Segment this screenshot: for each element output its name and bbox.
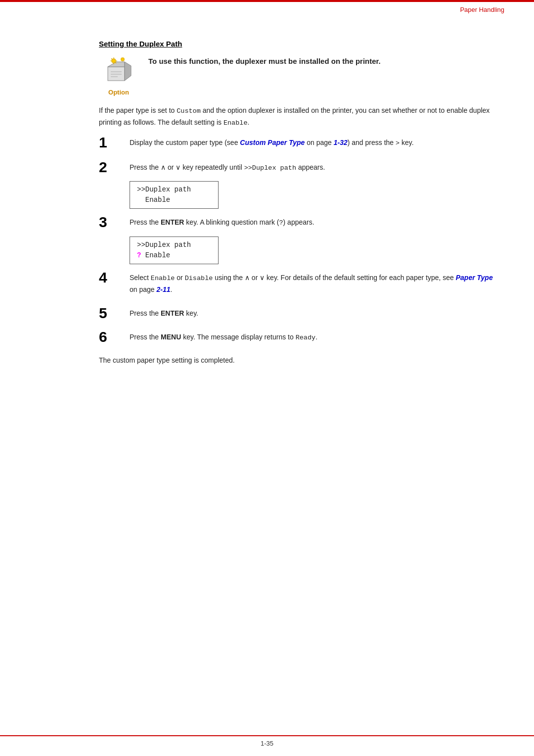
footer-page: 1-35 — [261, 740, 273, 747]
step-2-row: 2 Press the ∧ or ∨ key repeatedly until … — [99, 162, 494, 209]
step-1-number: 1 — [99, 135, 125, 150]
svg-rect-0 — [108, 67, 125, 81]
svg-line-11 — [111, 58, 112, 59]
step-5-text: Press the ENTER key. — [130, 308, 494, 319]
option-icon-block: Option — [99, 57, 138, 96]
option-label: Option — [108, 89, 129, 96]
step-2-content: Press the ∧ or ∨ key repeatedly until >>… — [130, 162, 494, 209]
step-6-text: Press the MENU key. The message display … — [130, 331, 494, 343]
step-5-content: Press the ENTER key. — [130, 308, 494, 324]
step-4-enable: Enable — [151, 275, 175, 282]
section-title: Setting the Duplex Path — [99, 40, 494, 48]
step-4-content: Select Enable or Disable using the ∧ or … — [130, 272, 494, 300]
step-5-number: 5 — [99, 306, 125, 321]
step-3-display-line2: ? Enable — [137, 250, 211, 261]
bottom-rule — [0, 735, 534, 736]
svg-point-5 — [112, 59, 115, 62]
intro-custom-code: Custom — [177, 107, 201, 115]
step-2-display-line1: >>Duplex path — [137, 185, 211, 195]
step-3-text: Press the ENTER key. A blinking question… — [130, 217, 494, 229]
option-cube-icon — [104, 57, 134, 87]
step-3-number: 3 — [99, 215, 125, 230]
warning-text: To use this function, the duplexer must … — [148, 57, 494, 65]
section-label: Paper Handling — [460, 6, 504, 13]
step-4-page-ref: 2-11 — [157, 285, 171, 293]
step-2-text: Press the ∧ or ∨ key repeatedly until >>… — [130, 162, 494, 174]
step-6-menu: MENU — [161, 333, 181, 341]
steps-section: 1 Display the custom paper type (see Cus… — [99, 137, 494, 348]
step-2-display-box: >>Duplex path Enable — [130, 181, 219, 209]
step-1-page-ref: 1-32 — [334, 139, 348, 146]
option-block: Option To use this function, the duplexe… — [99, 57, 494, 96]
step-1-key: > — [396, 140, 400, 147]
intro-text3: . — [248, 118, 250, 126]
step-5-row: 5 Press the ENTER key. — [99, 308, 494, 324]
step-5-enter: ENTER — [161, 309, 184, 317]
step-3-content: Press the ENTER key. A blinking question… — [130, 217, 494, 264]
intro-enable-code: Enable — [223, 119, 248, 127]
step-4-number: 4 — [99, 270, 125, 285]
step-3-row: 3 Press the ENTER key. A blinking questi… — [99, 217, 494, 264]
custom-paper-type-link[interactable]: Custom Paper Type — [240, 139, 305, 146]
intro-text1: If the paper type is set to — [99, 106, 177, 114]
step-3-display-line1: >>Duplex path — [137, 240, 211, 250]
svg-marker-2 — [125, 62, 131, 81]
step-6-number: 6 — [99, 330, 125, 344]
svg-point-6 — [122, 58, 124, 61]
step-2-display-line2: Enable — [137, 195, 211, 205]
step-6-ready: Ready — [296, 334, 316, 341]
step-2-number: 2 — [99, 160, 125, 175]
step-6-row: 6 Press the MENU key. The message displa… — [99, 331, 494, 348]
step-3-qmark: ? — [279, 219, 283, 227]
completion-text: The custom paper type setting is complet… — [99, 356, 494, 364]
header-section: Paper Handling — [460, 6, 504, 13]
intro-paragraph: If the paper type is set to Custom and t… — [99, 105, 494, 128]
svg-marker-1 — [108, 62, 125, 67]
step-1-text: Display the custom paper type (see Custo… — [130, 137, 494, 149]
main-content: Setting the Duplex Path — [99, 40, 494, 364]
step-3-display-box: >>Duplex path ? Enable — [130, 236, 219, 264]
step-2-code: >>Duplex path — [244, 164, 296, 172]
blinking-cursor: ? — [137, 251, 141, 259]
step-6-content: Press the MENU key. The message display … — [130, 331, 494, 348]
step-4-row: 4 Select Enable or Disable using the ∧ o… — [99, 272, 494, 300]
step-1-row: 1 Display the custom paper type (see Cus… — [99, 137, 494, 154]
step-1-content: Display the custom paper type (see Custo… — [130, 137, 494, 154]
step-3-enter: ENTER — [161, 218, 184, 226]
paper-type-link[interactable]: Paper Type — [456, 274, 493, 282]
step-4-disable: Disable — [185, 275, 213, 282]
step-4-text: Select Enable or Disable using the ∧ or … — [130, 272, 494, 295]
option-text-block: To use this function, the duplexer must … — [148, 57, 494, 72]
top-rule — [0, 0, 534, 2]
